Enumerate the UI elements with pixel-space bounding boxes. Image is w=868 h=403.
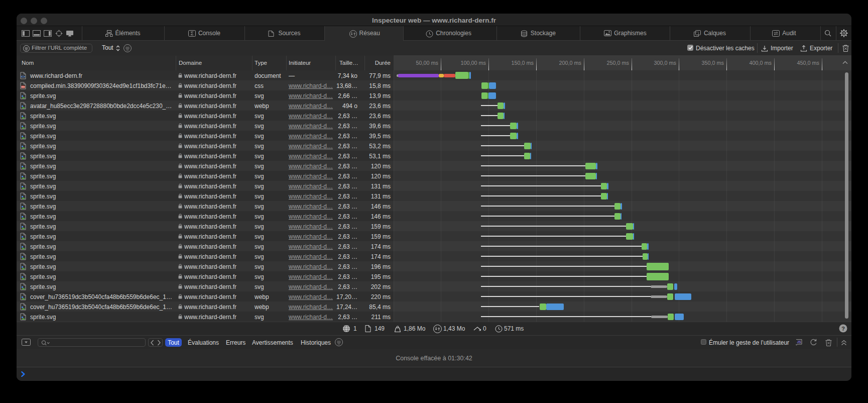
svg-text:JS: JS [797,340,802,344]
svg-text:css: css [22,85,26,88]
svg-text:<>: <> [21,75,25,79]
svg-text:?: ? [841,326,845,332]
